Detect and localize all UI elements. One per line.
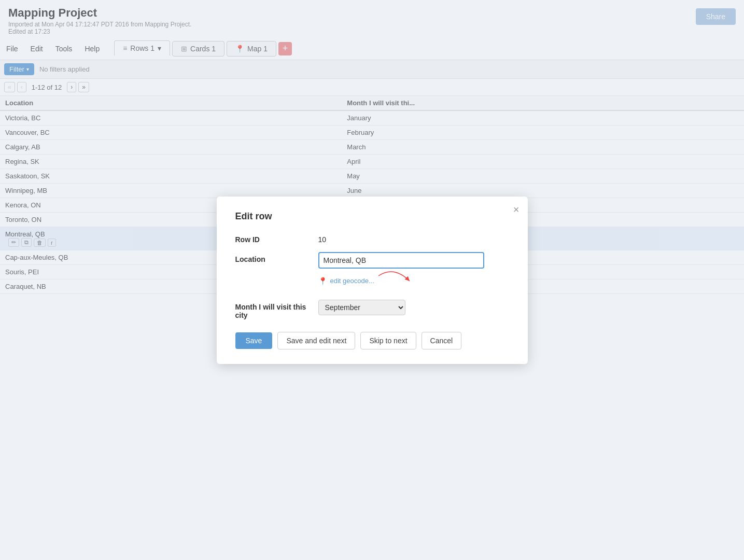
edit-geocode-link[interactable]: edit geocode... [330,277,374,285]
form-row-id: Row ID 10 [235,232,509,244]
modal-close-button[interactable]: × [513,204,520,216]
location-input[interactable] [318,252,484,269]
edit-row-modal: × Edit row Row ID 10 Location 📍 edit geo… [217,197,528,295]
row-id-label: Row ID [235,232,318,244]
row-id-value: 10 [318,232,327,244]
form-row-location: Location 📍 edit geocode... [235,252,509,291]
geocode-pin-icon: 📍 [318,277,327,285]
location-label: Location [235,252,318,263]
edit-geocode-row: 📍 edit geocode... [318,271,484,291]
modal-title: Edit row [235,211,509,222]
geocode-arrow-svg [378,271,420,291]
modal-overlay: × Edit row Row ID 10 Location 📍 edit geo… [0,0,744,294]
